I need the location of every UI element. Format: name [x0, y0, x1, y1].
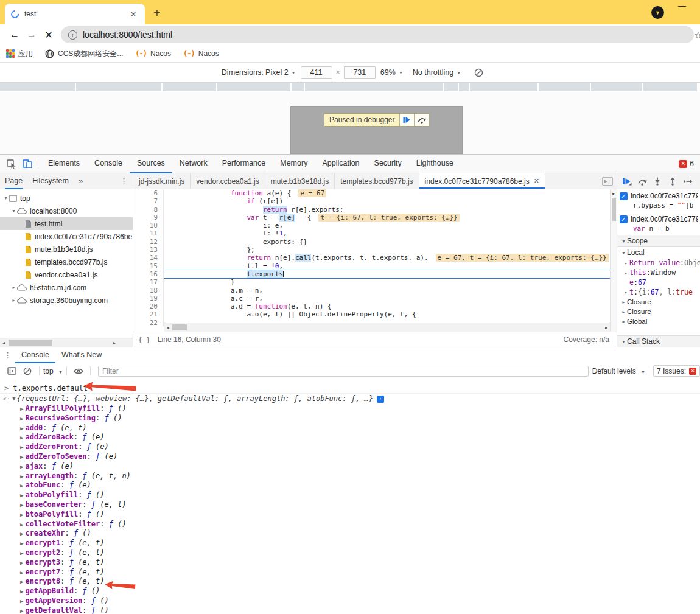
step-into-button[interactable] [649, 175, 665, 188]
triangle-right-icon[interactable]: ▶ [20, 406, 23, 412]
tab-elements[interactable]: Elements [41, 155, 87, 173]
line-number[interactable]: 15 [133, 262, 164, 270]
call-stack-header[interactable]: ▾ Call Stack [617, 335, 700, 347]
triangle-right-icon[interactable]: ▶ [20, 512, 23, 518]
code-line[interactable]: 13 }; [133, 246, 617, 254]
navigator-scrollbar[interactable]: ◂ ▸ [0, 338, 133, 347]
line-number[interactable]: 11 [133, 229, 164, 237]
scope-variable[interactable]: e: 67 [617, 277, 700, 287]
line-number[interactable]: 17 [133, 278, 164, 286]
device-viewport[interactable]: Paused in debugger [290, 106, 463, 154]
tab-network[interactable]: Network [172, 155, 215, 173]
code-line[interactable]: 7 if (r[e]) [133, 197, 617, 205]
scope-section-header[interactable]: ▾ Scope [617, 235, 700, 247]
tree-item[interactable]: ▾top [0, 192, 133, 204]
triangle-right-icon[interactable]: ▶ [20, 522, 23, 528]
pretty-print-icon[interactable]: { } [138, 336, 150, 344]
code-editor[interactable]: 6 function a(e) {e = 677 if (r[e])8 retu… [133, 189, 617, 332]
object-property[interactable]: ▶btoaPolyfill: ƒ () [0, 510, 700, 520]
bookmark-item[interactable]: (-)Nacos [135, 49, 171, 58]
tab-console[interactable]: Console [87, 155, 130, 173]
object-property[interactable]: ▶addZeroToSeven: ƒ (e) [0, 452, 700, 462]
media-query-segment[interactable] [470, 83, 537, 91]
close-tab-icon[interactable]: ✕ [534, 177, 539, 185]
line-number[interactable]: 9 [133, 214, 164, 222]
triangle-right-icon[interactable]: ▶ [20, 444, 23, 450]
tab-memory[interactable]: Memory [273, 155, 315, 173]
tab-overflow-icon[interactable]: ▶❘ [602, 177, 613, 186]
object-property[interactable]: ▶encrypt1: ƒ (e, t) [0, 539, 700, 548]
media-query-segment[interactable] [643, 83, 697, 91]
object-property[interactable]: ▶ajax: ƒ (e) [0, 462, 700, 472]
code-line[interactable]: 11 l: !1, [133, 229, 617, 237]
breakpoint-checkbox[interactable]: ✓ [620, 192, 628, 200]
code-line[interactable]: 10 i: e, [133, 222, 617, 229]
triangle-right-icon[interactable]: ▶ [20, 588, 23, 595]
scroll-right-icon[interactable]: ▸ [111, 338, 118, 347]
device-preset-dropdown[interactable]: Dimensions: Pixel 2 ▼ [222, 68, 296, 77]
file-tab[interactable]: templates.bccd977b.js [335, 173, 419, 189]
code-line[interactable]: 20 a.d = function(e, t, n) { [133, 302, 617, 310]
tree-item[interactable]: templates.bccd977b.js [0, 256, 133, 268]
line-number[interactable]: 13 [133, 246, 164, 254]
line-number[interactable]: 22 [133, 319, 164, 327]
media-query-segment[interactable] [217, 83, 290, 91]
object-property[interactable]: ▶getDefaultVal: ƒ () [0, 606, 700, 614]
scope-variable[interactable]: ▸Return value: Object [617, 258, 700, 268]
stop-loading-button[interactable]: ✕ [40, 29, 57, 41]
media-control-icon[interactable]: ▼ [651, 6, 664, 19]
code-line[interactable]: 12 exports: {} [133, 238, 617, 246]
media-query-segment[interactable] [539, 83, 590, 91]
scroll-left-icon[interactable]: ◂ [0, 338, 7, 347]
object-property[interactable]: ▶arrayLength: ƒ (e, t, n) [0, 472, 700, 481]
code-line[interactable]: 21 a.o(e, t) || Object.defineProperty(e,… [133, 310, 617, 318]
triangle-down-icon[interactable]: ▾ [10, 208, 17, 214]
triangle-right-icon[interactable]: ▸ [623, 290, 629, 295]
file-tab[interactable]: index.0c0f7ce31c7790a786be.js✕ [419, 173, 545, 189]
viewport-height-input[interactable] [344, 66, 376, 79]
code-line[interactable]: 17 } [133, 278, 617, 286]
breakpoint-entry[interactable]: ✓index.0c0f7ce31c7790a786be.jsr.bypass =… [617, 189, 700, 212]
site-info-icon[interactable]: i [68, 30, 77, 40]
line-number[interactable]: 14 [133, 254, 164, 262]
more-tabs-icon[interactable]: » [79, 176, 83, 186]
tree-item[interactable]: ▸storage.360buyimg.com [0, 294, 133, 307]
code-line[interactable]: 8 return r[e].exports; [133, 206, 617, 214]
scope-group-closure[interactable]: ▸Closure [617, 297, 700, 307]
code-line[interactable]: 19 a.c = r, [133, 295, 617, 302]
console-result[interactable]: <· ▼ {requestUrl: {…}, webview: {…}, get… [0, 394, 700, 404]
tree-item[interactable]: index.0c0f7ce31c7790a786be.js [0, 230, 133, 243]
object-property[interactable]: ▶atobPolyfill: ƒ () [0, 490, 700, 500]
tree-item[interactable]: test.html [0, 217, 133, 230]
log-levels-dropdown[interactable]: Default levels ▼ [592, 367, 645, 375]
zoom-dropdown[interactable]: 69% ▼ [380, 68, 403, 77]
throttling-dropdown[interactable]: No throttling ▼ [413, 68, 461, 77]
file-tab[interactable]: vendor.ccbea0a1.js [191, 173, 265, 189]
triangle-down-icon[interactable]: ▾ [2, 195, 9, 201]
object-property[interactable]: ▶atobFunc: ƒ (e) [0, 481, 700, 490]
editor-vscrollbar[interactable]: ▴ ▾ [610, 189, 617, 332]
navigator-tab-page[interactable]: Page [5, 173, 23, 189]
file-tab[interactable]: mute.b1b3e18d.js [265, 173, 335, 189]
triangle-right-icon[interactable]: ▶ [20, 550, 23, 556]
triangle-right-icon[interactable]: ▶ [20, 560, 23, 566]
browser-tab[interactable]: test ✕ [5, 4, 145, 24]
tab-application[interactable]: Application [315, 155, 366, 173]
media-query-segment[interactable] [0, 83, 75, 91]
triangle-right-icon[interactable]: ▶ [20, 416, 23, 422]
object-property[interactable]: ▶add0: ƒ (e, t) [0, 424, 700, 433]
triangle-right-icon[interactable]: ▶ [20, 483, 23, 489]
media-query-segment[interactable] [459, 83, 469, 91]
triangle-right-icon[interactable]: ▶ [20, 531, 23, 537]
triangle-down-icon[interactable]: ▼ [12, 394, 15, 404]
code-line[interactable]: 15 t.l = !0, [133, 262, 617, 270]
drawer-tab-what-s-new[interactable]: What's New [55, 347, 108, 363]
code-line[interactable]: 14 return n[e].call(t.exports, t, t.expo… [133, 254, 617, 262]
triangle-right-icon[interactable]: ▸ [623, 260, 629, 266]
scrollbar-thumb[interactable] [612, 198, 616, 221]
object-property[interactable]: ▶baseConverter: ƒ (e, t) [0, 500, 700, 510]
object-property[interactable]: ▶addZeroBack: ƒ (e) [0, 433, 700, 442]
navigator-tab-filesystem[interactable]: Filesystem [32, 173, 69, 189]
tab-sources[interactable]: Sources [130, 155, 172, 173]
scrollbar-thumb[interactable] [9, 340, 52, 346]
